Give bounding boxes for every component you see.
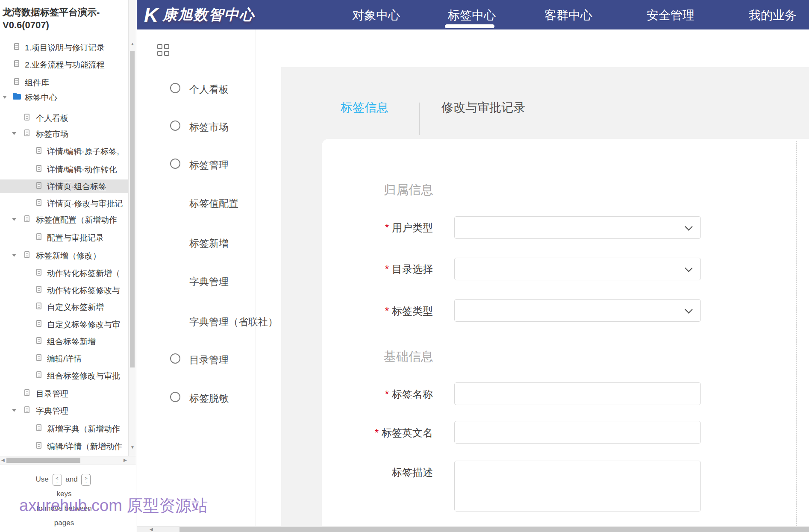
tree-item-combined-tag-add[interactable]: 组合标签新增 (0, 335, 128, 348)
tree-item-dict-mgmt[interactable]: 字典管理 (0, 404, 128, 417)
required-asterisk: * (385, 222, 389, 233)
scroll-down-icon[interactable]: ▼ (130, 445, 135, 450)
scroll-left-icon[interactable]: ◀ (1, 458, 5, 462)
hint-use: Use (36, 475, 49, 483)
select-user-type[interactable] (454, 216, 701, 239)
logo-text: 康旭数智中心 (162, 5, 255, 25)
menu-tag-market[interactable]: 标签市场 (137, 120, 256, 133)
menu-circle-icon (170, 159, 180, 169)
page-icon (36, 147, 41, 154)
tree-item-dict-edit[interactable]: 编辑/详情（新增动作 (0, 439, 128, 453)
key-period-icon: >. (81, 474, 91, 486)
scrollbar-thumb[interactable] (6, 458, 80, 463)
required-asterisk: * (385, 388, 389, 400)
page-icon (14, 43, 19, 50)
tree-item-detail-atomic[interactable]: 详情/编辑-原子标签, (0, 144, 128, 158)
label-catalog: *目录选择 (322, 262, 433, 276)
menu-dict-mgmt[interactable]: 字典管理 (137, 274, 256, 288)
content-horizontal-scrollbar[interactable]: ◀ (137, 526, 809, 532)
tree-item-custom-tag-edit[interactable]: 自定义标签修改与审 (0, 317, 128, 331)
tree-item-edit-detail[interactable]: 编辑/详情 (0, 352, 128, 365)
page-icon (36, 303, 41, 309)
page-icon (24, 129, 29, 136)
expand-triangle-icon[interactable] (12, 254, 16, 257)
sitemap-vertical-scrollbar[interactable]: ▲ ▼ (128, 0, 136, 456)
scroll-up-icon[interactable]: ▲ (130, 42, 135, 46)
required-asterisk: * (385, 305, 389, 317)
tree-item-tag-add[interactable]: 标签新增（修改） (0, 249, 128, 262)
tree-item-catalog-mgmt[interactable]: 目录管理 (0, 387, 128, 400)
tab-tag-info[interactable]: 标签信息 (341, 101, 388, 115)
module-sidebar: 个人看板 标签市场 标签管理 标签值配置 标签新增 字典管理 字典管理（省联社）… (137, 29, 256, 532)
menu-personal-board[interactable]: 个人看板 (137, 82, 256, 96)
expand-triangle-icon[interactable] (12, 132, 16, 135)
tree-item-personal-board[interactable]: 个人看板 (0, 111, 128, 124)
sidebar-divider (256, 29, 256, 526)
tree-item-project-notes[interactable]: 1.项目说明与修订记录 (0, 41, 128, 54)
menu-tag-desensitize[interactable]: 标签脱敏 (137, 391, 256, 405)
tree-item-custom-tag-add[interactable]: 自定义标签新增 (0, 300, 128, 313)
page-icon (36, 286, 41, 293)
hint-line-1: Use <, and >. (0, 472, 128, 487)
sitemap-horizontal-scrollbar[interactable]: ◀ ▶ (0, 456, 136, 464)
nav-my-business[interactable]: 我的业务 (749, 7, 797, 24)
expand-triangle-icon[interactable] (3, 96, 7, 99)
folder-icon (13, 94, 21, 100)
panel-divider (136, 0, 136, 532)
page-icon (24, 114, 29, 121)
menu-circle-icon (170, 83, 180, 93)
menu-tag-mgmt[interactable]: 标签管理 (137, 158, 256, 171)
tree-item-business-flow[interactable]: 2.业务流程与功能流程 (0, 58, 128, 71)
required-asterisk: * (385, 263, 389, 275)
tree-item-detail-audit[interactable]: 详情页-修改与审批记 (0, 197, 128, 210)
tree-item-component-lib[interactable]: 组件库 (0, 76, 128, 89)
page-icon (14, 60, 19, 67)
menu-tag-value-config[interactable]: 标签值配置 (137, 196, 256, 210)
input-tag-en-name[interactable] (454, 421, 701, 444)
page-icon (36, 442, 41, 449)
label-tag-name: *标签名称 (322, 388, 433, 401)
nav-tag-center[interactable]: 标签中心 (448, 7, 496, 24)
screenshot-root: 龙湾数据标签平台演示-V0.6(0707) 1.项目说明与修订记录 2.业务流程… (0, 0, 809, 532)
menu-dict-mgmt-province[interactable]: 字典管理（省联社） (137, 314, 256, 328)
nav-object-center[interactable]: 对象中心 (352, 7, 400, 24)
select-tag-type[interactable] (454, 299, 701, 322)
tree-item-detail-combined-selected[interactable]: 详情页-组合标签 (0, 179, 128, 193)
tree-item-combined-tag-edit[interactable]: 组合标签修改与审批 (0, 369, 128, 382)
menu-circle-icon (170, 121, 180, 131)
scroll-left-icon[interactable]: ◀ (150, 527, 153, 532)
tree-item-tag-center[interactable]: 标签中心 (0, 91, 128, 104)
page-icon (36, 337, 41, 344)
input-tag-name[interactable] (454, 382, 701, 405)
scroll-right-icon[interactable]: ▶ (124, 458, 127, 462)
scrollbar-thumb[interactable] (130, 51, 135, 367)
page-icon (36, 199, 41, 206)
tree-item-dict-add[interactable]: 新增字典（新增动作 (0, 422, 128, 435)
select-catalog[interactable] (454, 258, 701, 280)
menu-catalog-mgmt[interactable]: 目录管理 (137, 353, 256, 366)
label-tag-type: *标签类型 (322, 304, 433, 318)
menu-tag-add[interactable]: 标签新增 (137, 236, 256, 250)
brand-logo[interactable]: K 康旭数智中心 (144, 0, 255, 29)
tab-audit-record[interactable]: 修改与审批记录 (441, 101, 525, 115)
tree-item-action-tag-edit[interactable]: 动作转化标签修改与 (0, 283, 128, 297)
menu-circle-icon (170, 392, 180, 402)
page-icon (36, 165, 41, 172)
tree-item-tag-market[interactable]: 标签市场 (0, 127, 128, 140)
dashboard-grid-icon[interactable] (157, 44, 170, 56)
tree-item-config-audit-record[interactable]: 配置与审批记录 (0, 231, 128, 244)
tree-item-detail-action[interactable]: 详情/编辑-动作转化 (0, 162, 128, 176)
expand-triangle-icon[interactable] (12, 409, 16, 412)
nav-security-mgmt[interactable]: 安全管理 (647, 7, 694, 24)
expand-triangle-icon[interactable] (12, 218, 16, 221)
page-icon (24, 406, 29, 413)
textarea-tag-desc[interactable] (454, 461, 701, 511)
nav-customer-center[interactable]: 客群中心 (544, 7, 592, 24)
watermark-text: axurehub.com 原型资源站 (19, 495, 208, 517)
tree-item-action-tag-add[interactable]: 动作转化标签新增（ (0, 266, 128, 279)
page-icon (36, 182, 41, 189)
tree-item-tag-value-config[interactable]: 标签值配置（新增动作 (0, 213, 128, 226)
scrollbar-thumb[interactable] (179, 527, 809, 532)
hint-and: and (65, 475, 77, 483)
project-title: 龙湾数据标签平台演示-V0.6(0707) (3, 6, 110, 32)
